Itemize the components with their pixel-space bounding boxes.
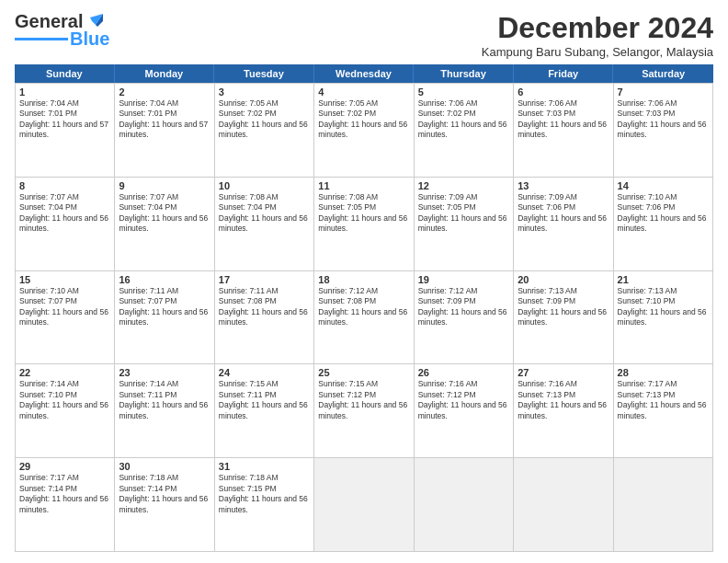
header: General Blue December 2024 Kampung Baru …: [15, 11, 713, 59]
day-cell: 26 Sunrise: 7:16 AM Sunset: 7:12 PM Dayl…: [415, 364, 514, 458]
day-number: 19: [418, 274, 509, 285]
day-number: 12: [418, 180, 509, 191]
day-number: 27: [518, 367, 609, 378]
calendar: Sunday Monday Tuesday Wednesday Thursday…: [15, 64, 713, 552]
day-info: Sunrise: 7:15 AM Sunset: 7:12 PM Dayligh…: [318, 379, 409, 421]
day-cell: 14 Sunrise: 7:10 AM Sunset: 7:06 PM Dayl…: [614, 178, 713, 271]
day-number: 9: [119, 180, 210, 191]
logo-underline: [15, 38, 68, 40]
col-friday: Friday: [514, 64, 614, 83]
day-number: 3: [219, 86, 310, 98]
empty-cell: [514, 458, 613, 552]
day-cell: 25 Sunrise: 7:15 AM Sunset: 7:12 PM Dayl…: [314, 364, 414, 458]
day-info: Sunrise: 7:15 AM Sunset: 7:11 PM Dayligh…: [219, 379, 310, 421]
day-info: Sunrise: 7:18 AM Sunset: 7:14 PM Dayligh…: [119, 473, 210, 515]
logo: General Blue: [15, 11, 109, 50]
day-info: Sunrise: 7:04 AM Sunset: 7:01 PM Dayligh…: [119, 98, 210, 141]
day-number: 24: [219, 367, 310, 378]
day-cell: 27 Sunrise: 7:16 AM Sunset: 7:13 PM Dayl…: [514, 364, 613, 458]
day-cell: 2 Sunrise: 7:04 AM Sunset: 7:01 PM Dayli…: [115, 84, 214, 178]
col-wednesday: Wednesday: [314, 64, 415, 83]
day-info: Sunrise: 7:18 AM Sunset: 7:15 PM Dayligh…: [219, 473, 310, 515]
day-number: 5: [418, 86, 509, 98]
calendar-body: 1 Sunrise: 7:04 AM Sunset: 7:01 PM Dayli…: [15, 83, 713, 552]
day-info: Sunrise: 7:12 AM Sunset: 7:08 PM Dayligh…: [318, 286, 409, 328]
day-cell: 29 Sunrise: 7:17 AM Sunset: 7:14 PM Dayl…: [16, 458, 115, 552]
day-cell: 17 Sunrise: 7:11 AM Sunset: 7:08 PM Dayl…: [215, 271, 314, 365]
day-info: Sunrise: 7:04 AM Sunset: 7:01 PM Dayligh…: [19, 98, 110, 141]
day-info: Sunrise: 7:08 AM Sunset: 7:05 PM Dayligh…: [318, 192, 409, 235]
day-info: Sunrise: 7:07 AM Sunset: 7:04 PM Dayligh…: [19, 192, 110, 235]
day-cell: 16 Sunrise: 7:11 AM Sunset: 7:07 PM Dayl…: [115, 271, 214, 365]
day-info: Sunrise: 7:17 AM Sunset: 7:13 PM Dayligh…: [618, 379, 709, 421]
col-monday: Monday: [115, 64, 215, 83]
calendar-row: 29 Sunrise: 7:17 AM Sunset: 7:14 PM Dayl…: [16, 458, 713, 552]
day-cell: 3 Sunrise: 7:05 AM Sunset: 7:02 PM Dayli…: [215, 84, 314, 178]
day-cell: 7 Sunrise: 7:06 AM Sunset: 7:03 PM Dayli…: [614, 84, 713, 178]
col-saturday: Saturday: [613, 64, 713, 83]
day-info: Sunrise: 7:06 AM Sunset: 7:03 PM Dayligh…: [518, 98, 609, 141]
calendar-row: 22 Sunrise: 7:14 AM Sunset: 7:10 PM Dayl…: [16, 364, 713, 458]
day-cell: 18 Sunrise: 7:12 AM Sunset: 7:08 PM Dayl…: [314, 271, 414, 365]
day-info: Sunrise: 7:06 AM Sunset: 7:03 PM Dayligh…: [618, 98, 709, 141]
day-number: 10: [219, 180, 310, 191]
day-info: Sunrise: 7:09 AM Sunset: 7:06 PM Dayligh…: [518, 192, 609, 235]
day-number: 20: [518, 274, 609, 285]
day-number: 11: [318, 180, 409, 191]
day-cell: 24 Sunrise: 7:15 AM Sunset: 7:11 PM Dayl…: [215, 364, 314, 458]
day-info: Sunrise: 7:08 AM Sunset: 7:04 PM Dayligh…: [219, 192, 310, 235]
month-title: December 2024: [482, 11, 713, 45]
day-info: Sunrise: 7:10 AM Sunset: 7:07 PM Dayligh…: [19, 286, 110, 328]
title-area: December 2024 Kampung Baru Subang, Selan…: [482, 11, 713, 59]
day-number: 8: [19, 180, 110, 191]
day-cell: 1 Sunrise: 7:04 AM Sunset: 7:01 PM Dayli…: [16, 84, 115, 178]
day-number: 1: [19, 86, 110, 98]
day-cell: 31 Sunrise: 7:18 AM Sunset: 7:15 PM Dayl…: [215, 458, 314, 552]
day-info: Sunrise: 7:17 AM Sunset: 7:14 PM Dayligh…: [19, 473, 110, 515]
day-cell: 20 Sunrise: 7:13 AM Sunset: 7:09 PM Dayl…: [514, 271, 613, 365]
day-info: Sunrise: 7:12 AM Sunset: 7:09 PM Dayligh…: [418, 286, 509, 328]
day-cell: 5 Sunrise: 7:06 AM Sunset: 7:02 PM Dayli…: [415, 84, 514, 178]
calendar-header: Sunday Monday Tuesday Wednesday Thursday…: [15, 64, 713, 83]
day-cell: 15 Sunrise: 7:10 AM Sunset: 7:07 PM Dayl…: [16, 271, 115, 365]
empty-cell: [614, 458, 713, 552]
day-number: 26: [418, 367, 509, 378]
day-number: 28: [618, 367, 709, 378]
day-number: 18: [318, 274, 409, 285]
day-cell: 4 Sunrise: 7:05 AM Sunset: 7:02 PM Dayli…: [314, 84, 414, 178]
day-cell: 23 Sunrise: 7:14 AM Sunset: 7:11 PM Dayl…: [115, 364, 214, 458]
day-info: Sunrise: 7:13 AM Sunset: 7:09 PM Dayligh…: [518, 286, 609, 328]
calendar-row: 1 Sunrise: 7:04 AM Sunset: 7:01 PM Dayli…: [16, 84, 713, 178]
day-info: Sunrise: 7:14 AM Sunset: 7:10 PM Dayligh…: [19, 379, 110, 421]
page: General Blue December 2024 Kampung Baru …: [0, 0, 728, 563]
day-number: 31: [219, 461, 310, 472]
day-number: 21: [618, 274, 709, 285]
day-info: Sunrise: 7:11 AM Sunset: 7:07 PM Dayligh…: [119, 286, 210, 328]
day-number: 23: [119, 367, 210, 378]
day-number: 14: [618, 180, 709, 191]
day-number: 15: [19, 274, 110, 285]
day-number: 22: [19, 367, 110, 378]
day-cell: 19 Sunrise: 7:12 AM Sunset: 7:09 PM Dayl…: [415, 271, 514, 365]
day-cell: 8 Sunrise: 7:07 AM Sunset: 7:04 PM Dayli…: [16, 178, 115, 271]
day-number: 13: [518, 180, 609, 191]
day-cell: 30 Sunrise: 7:18 AM Sunset: 7:14 PM Dayl…: [115, 458, 214, 552]
day-number: 2: [119, 86, 210, 98]
day-info: Sunrise: 7:16 AM Sunset: 7:12 PM Dayligh…: [418, 379, 509, 421]
day-number: 4: [318, 86, 409, 98]
day-info: Sunrise: 7:16 AM Sunset: 7:13 PM Dayligh…: [518, 379, 609, 421]
col-sunday: Sunday: [15, 64, 115, 83]
col-thursday: Thursday: [414, 64, 514, 83]
day-info: Sunrise: 7:09 AM Sunset: 7:05 PM Dayligh…: [418, 192, 509, 235]
empty-cell: [415, 458, 514, 552]
day-number: 7: [618, 86, 709, 98]
day-number: 30: [119, 461, 210, 472]
day-cell: 21 Sunrise: 7:13 AM Sunset: 7:10 PM Dayl…: [614, 271, 713, 365]
calendar-row: 15 Sunrise: 7:10 AM Sunset: 7:07 PM Dayl…: [16, 271, 713, 365]
day-info: Sunrise: 7:14 AM Sunset: 7:11 PM Dayligh…: [119, 379, 210, 421]
day-info: Sunrise: 7:07 AM Sunset: 7:04 PM Dayligh…: [119, 192, 210, 235]
day-cell: 13 Sunrise: 7:09 AM Sunset: 7:06 PM Dayl…: [514, 178, 613, 271]
day-cell: 10 Sunrise: 7:08 AM Sunset: 7:04 PM Dayl…: [215, 178, 314, 271]
day-number: 29: [19, 461, 110, 472]
day-info: Sunrise: 7:13 AM Sunset: 7:10 PM Dayligh…: [618, 286, 709, 328]
